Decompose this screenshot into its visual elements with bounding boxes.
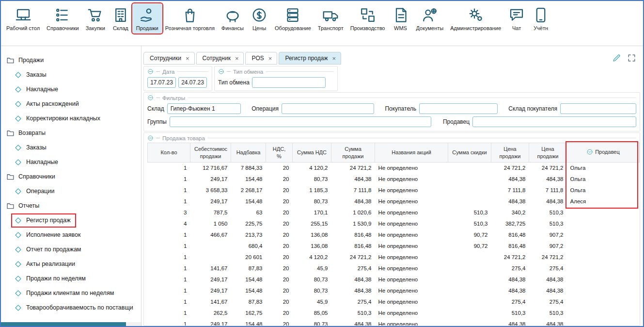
sidebar-item-click-target[interactable]: Заказы bbox=[13, 69, 50, 81]
sidebar-item-click-target[interactable]: Отчеты bbox=[5, 200, 43, 212]
column-header-10[interactable]: Продавец bbox=[567, 143, 640, 163]
toolbar-item-equipment[interactable]: Оборудование bbox=[271, 4, 314, 33]
sidebar-item-click-target[interactable]: Накладные bbox=[13, 84, 62, 95]
table-row[interactable]: 120 601204 120,224 721,2Не определено24 … bbox=[148, 252, 640, 263]
toolbar-item-finance[interactable]: Финансы bbox=[218, 4, 247, 33]
collapse-icon[interactable] bbox=[147, 68, 154, 75]
table-row[interactable]: 1249,17154,482080,73484,38Не определено4… bbox=[148, 274, 640, 285]
toolbar-item-transport[interactable]: Транспорт bbox=[314, 4, 347, 33]
tab-close-icon[interactable]: × bbox=[186, 55, 189, 62]
toolbar-item-sales[interactable]: Продажи bbox=[133, 4, 162, 33]
toolbar-item-chat[interactable]: Чат bbox=[504, 4, 529, 33]
table-row[interactable]: 112 716,677 884,33204 120,224 721,2Не оп… bbox=[148, 163, 640, 174]
sidebar-item-click-target[interactable]: Заказы bbox=[13, 142, 50, 153]
column-header-2[interactable]: Надбавка bbox=[231, 143, 266, 163]
table-row[interactable]: 13 658,332 268,17201 185,37 111,8Не опре… bbox=[148, 185, 640, 196]
table-row[interactable]: 1680,420136,08816,48Не определено90,7281… bbox=[148, 241, 640, 252]
seller-input[interactable] bbox=[472, 116, 636, 127]
sidebar-item-click-target[interactable]: Акты расхождений bbox=[13, 98, 83, 110]
warehouse-input[interactable] bbox=[167, 103, 241, 114]
table-cell: Не определено bbox=[375, 207, 448, 218]
table-cell: 816,48 bbox=[491, 229, 529, 241]
toolbar-item-production[interactable]: Производство bbox=[347, 4, 389, 33]
table-row[interactable]: 3787,56320170,11 020,6Не определено510,3… bbox=[148, 207, 640, 218]
tab-close-icon[interactable]: × bbox=[268, 55, 272, 62]
toolbar-item-catalogs[interactable]: Справочники bbox=[43, 4, 82, 33]
column-header-0[interactable]: Кол-во bbox=[148, 143, 190, 163]
buyer-warehouse-input[interactable] bbox=[560, 103, 636, 114]
table-row[interactable]: 1262,5162,752085,05510,3Не определено510… bbox=[148, 308, 640, 319]
tab-close-icon[interactable]: × bbox=[332, 55, 336, 62]
table-row[interactable]: 1249,17154,482080,73484,38Не определено4… bbox=[148, 319, 640, 327]
toolbar-item-label: Розничная торговля bbox=[165, 25, 215, 31]
toolbar-item-wms[interactable]: WMS bbox=[389, 4, 413, 33]
sidebar-item-click-target[interactable]: Накладные bbox=[13, 157, 62, 168]
column-header-4[interactable]: Сумма НДС bbox=[293, 143, 331, 163]
toolbar-item-prices[interactable]: Цены bbox=[247, 4, 271, 33]
sidebar-tree: ПродажиЗаказыНакладныеАкты расхожденийКо… bbox=[1, 46, 141, 326]
table-cell: 20 bbox=[266, 185, 293, 196]
sidebar-item-click-target[interactable]: Акты реализации bbox=[13, 259, 79, 270]
table-row[interactable]: 1249,17154,482080,73484,38Не определено4… bbox=[148, 196, 640, 207]
groups-input[interactable] bbox=[170, 116, 431, 127]
table-cell: 87,83 bbox=[231, 263, 266, 274]
table-row[interactable]: 1249,17154,482080,73484,38Не определено4… bbox=[148, 174, 640, 185]
collapse-icon[interactable] bbox=[147, 135, 154, 141]
table-row[interactable]: 1466,67213,7320136,08816,48Не определено… bbox=[148, 229, 640, 241]
operation-input[interactable] bbox=[282, 103, 374, 114]
table-cell: 1 bbox=[148, 196, 190, 207]
tab-1[interactable]: Сотрудник× bbox=[196, 52, 244, 65]
sidebar-item-click-target[interactable]: Корректировки накладных bbox=[13, 113, 104, 124]
toolbar-item-desktop[interactable]: Рабочий стол bbox=[3, 4, 43, 33]
tab-close-icon[interactable]: × bbox=[235, 55, 239, 62]
sidebar-scrollbar-thumb[interactable] bbox=[1, 322, 126, 326]
sidebar-item-click-target[interactable]: Возвраты bbox=[5, 128, 49, 139]
sidebar-item-click-target[interactable]: Операции bbox=[13, 186, 58, 197]
collapse-icon[interactable] bbox=[218, 68, 224, 75]
table-row[interactable]: 1141,6787,832045,9275,4Не определено275,… bbox=[148, 296, 640, 308]
sidebar-item-click-target[interactable]: Регистр продаж bbox=[13, 215, 75, 226]
toolbar-item-retail[interactable]: Розничная торговля bbox=[162, 4, 218, 33]
column-header-6[interactable]: Названия акций bbox=[375, 143, 448, 163]
toolbar-item-purchases[interactable]: Закупки bbox=[82, 4, 109, 33]
tab-3[interactable]: Регистр продаж× bbox=[279, 52, 341, 65]
column-header-3[interactable]: НДС, % bbox=[266, 143, 293, 163]
sidebar-item-click-target[interactable]: Отчет по продажам bbox=[13, 244, 85, 255]
table-cell: 20 bbox=[266, 163, 293, 174]
sidebar-item-click-target[interactable]: Продажи клиентам по неделям bbox=[13, 288, 118, 299]
column-header-8[interactable]: Цена продажи bbox=[491, 143, 529, 163]
column-header-7[interactable]: Сумма скидки bbox=[448, 143, 491, 163]
toolbar-item-label: Цены bbox=[252, 25, 266, 31]
column-header-1[interactable]: Себестоимос продажи bbox=[190, 143, 231, 163]
toolbar-item-accounting[interactable]: Учётн bbox=[529, 4, 553, 33]
table-row[interactable]: 1141,6787,832045,9275,4Не определено275,… bbox=[148, 263, 640, 274]
sidebar-item-click-target[interactable]: Товарооборачиваемость по поставщи bbox=[13, 302, 137, 313]
fullscreen-icon[interactable] bbox=[627, 53, 636, 63]
diamond-icon bbox=[14, 100, 22, 108]
exchange-type-input[interactable] bbox=[252, 77, 326, 88]
table-cell: 213,73 bbox=[231, 229, 266, 241]
tab-0[interactable]: Сотрудники× bbox=[143, 52, 195, 65]
table-row[interactable]: 41 050225,7520255,151 530,9Не определено… bbox=[148, 218, 640, 229]
toolbar-item-admin[interactable]: Администрирование bbox=[447, 4, 504, 33]
table-cell: 154,48 bbox=[231, 274, 266, 285]
table-row[interactable]: 1249,17154,482080,73484,38Не определено4… bbox=[148, 285, 640, 296]
sidebar-item-click-target[interactable]: Справочники bbox=[5, 171, 59, 182]
edit-icon[interactable] bbox=[612, 53, 621, 63]
buyer-input[interactable] bbox=[419, 103, 498, 114]
toolbar-item-warehouse[interactable]: Склад bbox=[109, 4, 133, 33]
sidebar-item-click-target[interactable]: Продажи по неделям bbox=[13, 273, 90, 284]
date-from-input[interactable] bbox=[147, 77, 176, 88]
sidebar-item-click-target[interactable]: Исполнение заявок bbox=[13, 229, 85, 241]
sidebar-item-9: Операции bbox=[5, 184, 141, 198]
tab-2[interactable]: POS× bbox=[245, 52, 277, 65]
collapse-icon[interactable] bbox=[147, 95, 154, 101]
sidebar-horizontal-scrollbar[interactable] bbox=[1, 322, 141, 326]
toolbar-item-documents[interactable]: Документы bbox=[413, 4, 447, 33]
date-to-input[interactable] bbox=[178, 77, 207, 88]
sidebar-item-click-target[interactable]: Продажи bbox=[5, 55, 47, 66]
sort-chevron-icon[interactable] bbox=[586, 148, 593, 155]
table-cell: 90,72 bbox=[448, 229, 491, 241]
column-header-5[interactable]: Сумма продажи bbox=[331, 143, 375, 163]
column-header-9[interactable]: Цена продажи bbox=[529, 143, 567, 163]
